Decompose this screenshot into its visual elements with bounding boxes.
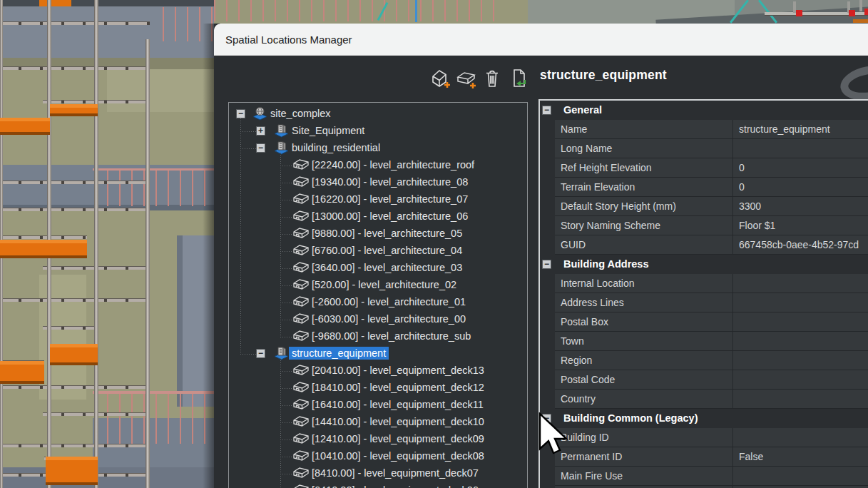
level-icon bbox=[292, 226, 310, 242]
property-value[interactable] bbox=[733, 370, 868, 389]
category-collapse-toggle[interactable]: − bbox=[542, 106, 551, 115]
level-icon bbox=[292, 278, 310, 293]
tree-item-label[interactable]: [3640.00] - level_architecture_03 bbox=[309, 261, 465, 274]
property-label: Postal Code bbox=[555, 370, 733, 389]
tree-item-label[interactable]: building_residential bbox=[289, 141, 383, 154]
property-value[interactable] bbox=[733, 390, 868, 408]
tree-item: [-9680.00] - level_architecture_sub bbox=[229, 328, 527, 345]
property-value[interactable] bbox=[733, 332, 868, 350]
tree-item: [20410.00] - level_equipment_deck13 bbox=[229, 362, 527, 380]
level-icon bbox=[292, 432, 310, 447]
category-label: General bbox=[563, 104, 602, 116]
property-label: Main Fire Use bbox=[555, 467, 733, 485]
level-icon bbox=[292, 380, 310, 396]
tree-item-label[interactable]: [6410.00] - level_equipment_deck06 bbox=[309, 484, 481, 488]
tree-item-label[interactable]: structure_equipment bbox=[289, 347, 389, 360]
add-story-button[interactable] bbox=[456, 67, 477, 90]
tree-guide bbox=[240, 148, 256, 149]
property-value[interactable] bbox=[733, 312, 868, 331]
tree-guide bbox=[240, 131, 256, 132]
property-value[interactable] bbox=[733, 139, 868, 158]
tree-guide bbox=[280, 405, 292, 406]
property-value[interactable]: 0 bbox=[733, 158, 868, 177]
scaffold-bar bbox=[0, 385, 150, 389]
expand-toggle[interactable]: − bbox=[256, 349, 265, 358]
tree-item-label[interactable]: [520.00] - level_architecture_02 bbox=[309, 278, 459, 291]
level-icon bbox=[292, 260, 310, 276]
tree-item-label[interactable]: [20410.00] - level_equipment_deck13 bbox=[309, 364, 487, 377]
property-value[interactable]: False bbox=[733, 447, 868, 466]
delete-button[interactable] bbox=[481, 67, 503, 90]
import-button[interactable] bbox=[508, 67, 529, 90]
tree-item-label[interactable]: [-2600.00] - level_architecture_01 bbox=[309, 295, 469, 308]
import-file-icon bbox=[508, 67, 529, 90]
tree-item-label[interactable]: Site_Equipment bbox=[289, 124, 367, 137]
tree-item-label[interactable]: [12410.00] - level_equipment_deck09 bbox=[309, 432, 487, 445]
property-value[interactable] bbox=[733, 274, 868, 293]
level-icon bbox=[292, 175, 310, 190]
level-icon bbox=[292, 483, 310, 488]
tree-item-label[interactable]: site_complex bbox=[267, 107, 334, 120]
tree-item: [3640.00] - level_architecture_03 bbox=[229, 260, 527, 277]
level-icon bbox=[292, 415, 310, 430]
trash-icon bbox=[481, 67, 503, 90]
tree-item: [22240.00] - level_architecture_roof bbox=[229, 157, 527, 174]
tree-guide bbox=[280, 371, 292, 372]
property-value[interactable] bbox=[733, 428, 868, 447]
building-icon bbox=[273, 123, 290, 141]
tree-item-label[interactable]: [14410.00] - level_equipment_deck10 bbox=[309, 415, 487, 428]
property-value[interactable] bbox=[733, 351, 868, 370]
expand-toggle[interactable]: − bbox=[256, 143, 265, 153]
tree-item-label[interactable]: [-6030.00] - level_architecture_00 bbox=[309, 312, 469, 325]
category-label: Building Common (Legacy) bbox=[563, 412, 698, 424]
property-row: Namestructure_equipment bbox=[555, 120, 868, 139]
tree-item-label[interactable]: [8410.00] - level_equipment_deck07 bbox=[309, 467, 481, 479]
details-panel-title: structure_equipment bbox=[540, 68, 667, 83]
dialog-shadow bbox=[203, 24, 214, 488]
property-value[interactable] bbox=[733, 293, 868, 312]
add-building-button[interactable] bbox=[429, 67, 451, 90]
red-clamp bbox=[796, 10, 802, 16]
property-label: Long Name bbox=[555, 139, 733, 158]
tree-guide bbox=[280, 457, 292, 457]
tree-guide bbox=[280, 439, 292, 440]
property-category: −General bbox=[540, 101, 868, 120]
property-value[interactable]: 3300 bbox=[733, 197, 868, 215]
property-value[interactable]: 0 bbox=[733, 178, 868, 196]
tree-item: [14410.00] - level_equipment_deck10 bbox=[229, 414, 527, 431]
tree-item-label[interactable]: [6760.00] - level_architecture_04 bbox=[309, 244, 465, 257]
3d-viewport-top[interactable] bbox=[214, 0, 868, 24]
tree-guide bbox=[240, 118, 241, 354]
brand-swoosh-logo bbox=[838, 61, 868, 105]
property-label: Country bbox=[555, 390, 733, 408]
tree-item-label[interactable]: [16220.00] - level_architecture_07 bbox=[309, 193, 471, 205]
tree-item-label[interactable]: [22240.00] - level_architecture_roof bbox=[309, 158, 477, 171]
tree-guide bbox=[280, 268, 292, 269]
property-label: Ref Height Elevation bbox=[555, 158, 733, 177]
category-collapse-toggle[interactable]: − bbox=[542, 260, 551, 269]
tree-item-label[interactable]: [9880.00] - level_architecture_05 bbox=[309, 227, 465, 240]
expand-toggle[interactable]: + bbox=[256, 126, 265, 136]
tree-item-label[interactable]: [19340.00] - level_architecture_08 bbox=[309, 176, 471, 188]
property-value[interactable]: structure_equipment bbox=[733, 120, 868, 138]
property-row: Building ID bbox=[555, 428, 868, 447]
property-label: Postal Box bbox=[555, 312, 733, 331]
tree-item-label[interactable]: [18410.00] - level_equipment_deck12 bbox=[309, 381, 487, 394]
tree-item-label[interactable]: [13000.00] - level_architecture_06 bbox=[309, 210, 471, 223]
property-value[interactable]: 667458cb-0aee-4b52-97cd bbox=[733, 235, 868, 254]
tree-item: [19340.00] - level_architecture_08 bbox=[229, 174, 527, 191]
property-row: Main Fire Use bbox=[555, 467, 868, 486]
property-grid: −GeneralNamestructure_equipmentLong Name… bbox=[538, 99, 868, 488]
tree-item-label[interactable]: [-9680.00] - level_architecture_sub bbox=[309, 330, 474, 342]
dialog-titlebar[interactable]: Spatial Locations Manager bbox=[214, 24, 868, 56]
3d-viewport[interactable] bbox=[0, 0, 214, 488]
tree-item-label[interactable]: [16410.00] - level_equipment_deck11 bbox=[309, 398, 486, 411]
tree-item: − building_residential bbox=[229, 140, 527, 157]
tree-item-label[interactable]: [10410.00] - level_equipment_deck08 bbox=[309, 449, 487, 462]
property-value[interactable]: Floor $1 bbox=[733, 216, 868, 235]
property-label: Permanent ID bbox=[555, 447, 733, 466]
property-value[interactable] bbox=[733, 467, 868, 485]
tree-guide bbox=[280, 388, 292, 389]
expand-toggle[interactable]: − bbox=[236, 109, 245, 118]
blue-column-line bbox=[415, 0, 417, 22]
